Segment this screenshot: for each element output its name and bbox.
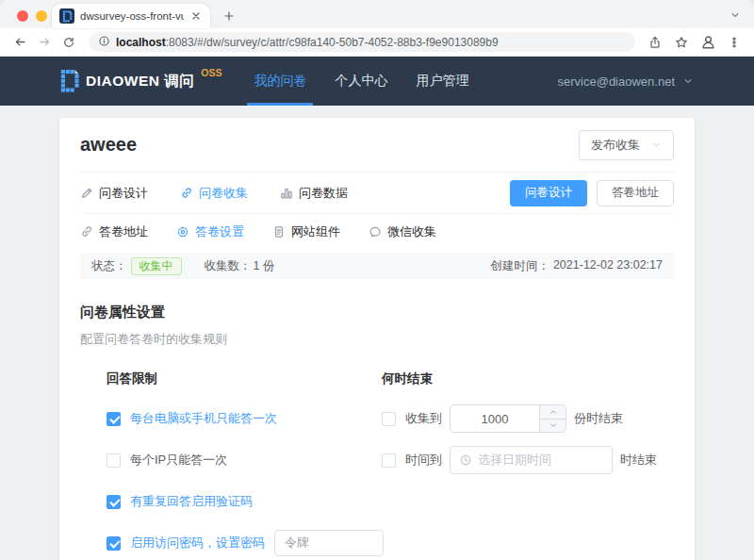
option-label[interactable]: 每台电脑或手机只能答一次 (130, 410, 277, 427)
option-device-limit: 每台电脑或手机只能答一次 (107, 404, 382, 433)
checkbox-captcha[interactable] (107, 495, 121, 509)
stepper-up-icon[interactable] (540, 405, 566, 420)
created-time: 创建时间： 2021-12-02 23:02:17 (490, 258, 663, 274)
survey-tabs: 问卷设计 问卷收集 问卷数据 问卷设计 答卷地址 (80, 173, 674, 214)
subtab-label: 答卷设置 (195, 223, 244, 240)
close-tab-icon[interactable] (189, 9, 203, 23)
main-nav: 我的问卷 个人中心 用户管理 (254, 57, 468, 106)
browser-toolbar: localhost:8083/#/dw/survey/c/attr/c98fa1… (0, 28, 754, 57)
site-favicon-icon (59, 8, 74, 24)
pencil-icon (80, 187, 93, 200)
site-info-icon[interactable] (98, 34, 110, 51)
answer-limit-title: 回答限制 (107, 371, 382, 387)
rule-label[interactable]: 时间到 (405, 452, 442, 469)
option-ip-limit: 每个IP只能答一次 (107, 446, 382, 474)
rule-label[interactable]: 收集到 (405, 410, 442, 427)
rule-suffix: 时结束 (620, 452, 657, 469)
nav-item-my-surveys[interactable]: 我的问卷 (254, 57, 306, 106)
subtab-answer-url[interactable]: 答卷地址 (80, 223, 148, 240)
rule-collect-to: 收集到 1000 份时结束 (382, 404, 657, 433)
option-label[interactable]: 启用访问密码，设置密码 (130, 535, 265, 552)
collect-count-input[interactable]: 1000 (450, 404, 566, 433)
attribute-form: 回答限制 每台电脑或手机只能答一次 每个IP只能答一次 有重复回答启用验证码 (80, 371, 674, 560)
document-icon (272, 225, 286, 239)
publish-collect-dropdown[interactable]: 发布收集 (579, 130, 674, 160)
subtab-wechat-collect[interactable]: 微信收集 (369, 223, 436, 240)
datetime-picker-input[interactable]: 选择日期时间 (450, 446, 613, 474)
gear-icon (176, 225, 189, 239)
checkbox-ip-limit[interactable] (107, 453, 121, 468)
checkbox-access-password[interactable] (107, 536, 121, 551)
section-head: 问卷属性设置 配置问卷答卷时的收集规则 (80, 304, 674, 348)
tab-label: 问卷设计 (99, 185, 148, 202)
created-time-label: 创建时间： (490, 258, 549, 274)
end-rules-column: 何时结束 收集到 1000 份时结束 (382, 371, 657, 560)
number-stepper (539, 405, 566, 432)
brand[interactable]: DIAOWEN 调问 OSS (60, 69, 221, 93)
tab-search-icon[interactable] (729, 8, 741, 25)
url-text: localhost:8083/#/dw/survey/c/attr/c98fa1… (116, 36, 499, 49)
survey-card: aweee 发布收集 问卷设计 问卷收集 问卷数据 (59, 118, 695, 560)
section-subtitle: 配置问卷答卷时的收集规则 (80, 331, 674, 348)
tab-survey-data[interactable]: 问卷数据 (280, 185, 348, 202)
option-label[interactable]: 每个IP只能答一次 (130, 452, 227, 469)
account-menu[interactable]: service@diaowen.net (558, 74, 694, 89)
tab-title: dwsurvey-oss-front-vue (80, 10, 184, 22)
stepper-down-icon[interactable] (540, 420, 566, 433)
section-title: 问卷属性设置 (80, 304, 674, 321)
back-button[interactable] (9, 32, 30, 53)
password-input[interactable]: 令牌 (274, 530, 384, 556)
minimize-window-button[interactable] (36, 10, 47, 22)
diaowen-logo-icon (60, 69, 79, 93)
checkbox-time-to[interactable] (382, 453, 396, 468)
browser-tab-strip: dwsurvey-oss-front-vue (0, 0, 754, 28)
toolbar-actions (645, 32, 745, 53)
url-bar[interactable]: localhost:8083/#/dw/survey/c/attr/c98fa1… (89, 32, 635, 52)
subtab-label: 网站组件 (291, 223, 340, 240)
app-navbar: DIAOWEN 调问 OSS 我的问卷 个人中心 用户管理 service@di… (0, 57, 754, 106)
answer-url-button[interactable]: 答卷地址 (597, 180, 674, 206)
rule-time-to: 时间到 选择日期时间 时结束 (382, 446, 657, 474)
subtab-label: 答卷地址 (99, 223, 148, 240)
subtab-answer-settings[interactable]: 答卷设置 (176, 223, 244, 240)
subtab-site-widget[interactable]: 网站组件 (272, 223, 340, 240)
link-icon (80, 225, 93, 239)
collect-count-value: 1 份 (254, 258, 275, 274)
checkbox-device-limit[interactable] (107, 412, 121, 426)
end-rules-title: 何时结束 (382, 371, 657, 387)
collect-count-input-value[interactable]: 1000 (451, 405, 539, 432)
page-background: aweee 发布收集 问卷设计 问卷收集 问卷数据 (0, 106, 754, 560)
browser-menu-icon[interactable] (724, 32, 745, 53)
refresh-button[interactable] (58, 32, 79, 53)
tab-actions: 问卷设计 答卷地址 (510, 180, 674, 206)
browser-tab[interactable]: dwsurvey-oss-front-vue (52, 4, 210, 28)
status-bar: 状态： 收集中 收集数： 1 份 创建时间： 2021-12-02 23:02:… (80, 253, 674, 279)
forward-button[interactable] (34, 32, 55, 53)
nav-item-personal-center[interactable]: 个人中心 (335, 57, 387, 106)
tab-survey-collect[interactable]: 问卷收集 (180, 185, 248, 202)
browser-window: dwsurvey-oss-front-vue localhost:8083/#/… (0, 0, 754, 560)
url-path: :8083/#/dw/survey/c/attr/c98fa140-50b7-4… (166, 36, 499, 49)
option-label[interactable]: 有重复回答启用验证码 (130, 493, 253, 510)
share-icon[interactable] (645, 32, 665, 53)
new-tab-button[interactable] (218, 5, 240, 27)
tab-label: 问卷收集 (199, 185, 248, 202)
datetime-placeholder: 选择日期时间 (478, 452, 551, 469)
chevron-down-icon (682, 75, 694, 87)
profile-avatar-icon[interactable] (697, 32, 718, 53)
collect-count-label: 收集数： (205, 258, 252, 274)
chevron-down-icon (651, 140, 662, 150)
survey-design-button[interactable]: 问卷设计 (510, 180, 587, 206)
status-label: 状态： (91, 258, 127, 274)
brand-name: DIAOWEN 调问 (86, 69, 194, 93)
subtab-label: 微信收集 (387, 223, 436, 240)
survey-title: aweee (80, 134, 137, 156)
tab-survey-design[interactable]: 问卷设计 (80, 185, 148, 202)
nav-item-user-management[interactable]: 用户管理 (416, 57, 468, 106)
clock-icon (459, 453, 472, 467)
publish-collect-label: 发布收集 (591, 137, 640, 154)
bookmark-star-icon[interactable] (671, 32, 692, 53)
checkbox-collect-to[interactable] (382, 412, 396, 426)
url-host: localhost (116, 36, 166, 49)
close-window-button[interactable] (17, 10, 28, 22)
